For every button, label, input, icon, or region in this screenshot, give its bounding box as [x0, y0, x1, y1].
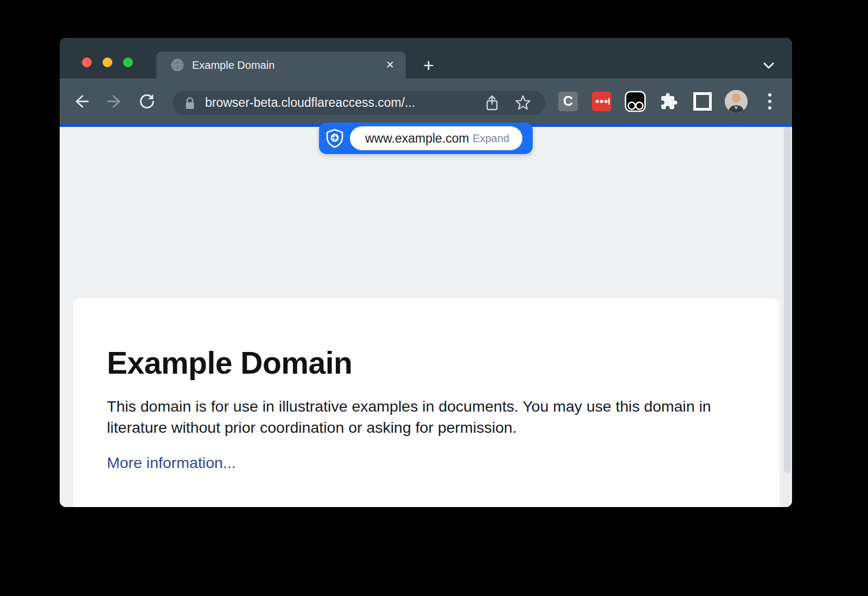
close-tab-icon[interactable]: ✕ — [382, 57, 398, 73]
lock-icon[interactable] — [183, 96, 196, 110]
side-panel-button[interactable] — [691, 89, 714, 113]
browser-menu-button[interactable] — [758, 89, 782, 113]
remote-domain-text: www.example.com — [365, 131, 469, 146]
tab-strip: Example Domain ✕ + — [60, 38, 792, 79]
window-maximize-button[interactable] — [123, 57, 133, 67]
window-close-button[interactable] — [82, 57, 92, 67]
page-heading: Example Domain — [107, 345, 780, 381]
kebab-menu-icon — [767, 92, 773, 111]
password-manager-icon — [592, 92, 611, 111]
share-icon[interactable] — [483, 94, 501, 112]
toolbar: browser-beta.cloudflareaccess.com/... C — [60, 79, 792, 124]
expand-button[interactable]: Expand — [473, 132, 509, 145]
shield-arrow-icon — [326, 129, 344, 148]
reload-button[interactable] — [136, 89, 160, 113]
page-viewport: Example Domain This domain is for use in… — [60, 127, 792, 507]
tab-title: Example Domain — [192, 59, 382, 72]
extensions-row: C — [556, 79, 782, 124]
content-card: Example Domain This domain is for use in… — [73, 298, 780, 507]
remote-domain-pill[interactable]: www.example.com Expand — [319, 123, 533, 154]
page-paragraph: This domain is for use in illustrative e… — [107, 396, 731, 438]
browser-window: Example Domain ✕ + browser-beta.cloudfla… — [60, 38, 792, 507]
extensions-puzzle-button[interactable] — [657, 89, 681, 113]
tab-example-domain[interactable]: Example Domain ✕ — [156, 52, 406, 79]
goggles-extension-button[interactable] — [623, 89, 647, 113]
globe-favicon-icon — [170, 58, 184, 72]
window-minimize-button[interactable] — [103, 57, 112, 67]
more-information-link[interactable]: More information... — [107, 454, 236, 472]
puzzle-piece-icon — [660, 92, 678, 111]
goggles-extension-icon — [624, 91, 646, 112]
scrollbar-track[interactable] — [783, 127, 792, 507]
side-panel-icon — [693, 92, 712, 111]
remote-domain-field[interactable]: www.example.com Expand — [350, 126, 522, 150]
scrollbar-thumb[interactable] — [784, 127, 791, 473]
tab-search-chevron-icon[interactable] — [759, 56, 778, 75]
address-bar[interactable]: browser-beta.cloudflareaccess.com/... — [173, 91, 545, 115]
profile-button[interactable] — [724, 89, 748, 113]
forward-button[interactable] — [103, 89, 126, 113]
password-manager-extension-button[interactable] — [590, 89, 614, 113]
c-extension-icon: C — [558, 92, 578, 111]
new-tab-button[interactable]: + — [418, 55, 439, 76]
c-extension-button[interactable]: C — [556, 89, 580, 113]
back-button[interactable] — [69, 89, 93, 113]
url-text: browser-beta.cloudflareaccess.com/... — [205, 95, 415, 110]
bookmark-star-icon[interactable] — [514, 94, 532, 112]
avatar — [725, 90, 748, 113]
